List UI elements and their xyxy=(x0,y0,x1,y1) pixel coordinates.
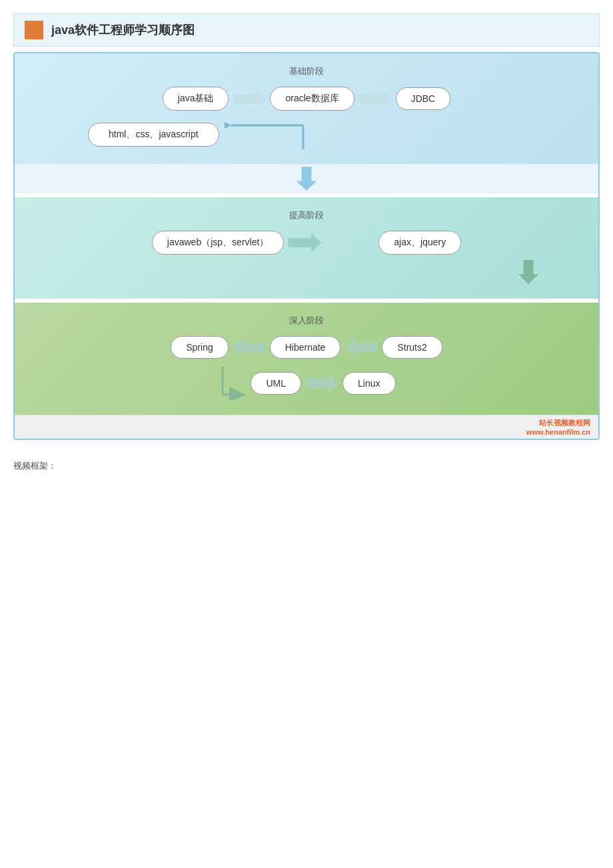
diagram-outer: 基础阶段 java基础 oracle数据库 JDBC html、css、java… xyxy=(13,52,600,440)
title-bar: java软件工程师学习顺序图 xyxy=(13,13,600,47)
stage-deep: 深入阶段 Spring Hibernate Struts2 xyxy=(15,303,598,415)
arrow-4 xyxy=(233,338,266,357)
arrow-1 xyxy=(233,89,266,108)
arrow-5 xyxy=(344,338,378,357)
jdbc-back-connector xyxy=(225,120,305,149)
back-arrow-svg xyxy=(225,120,305,149)
deep-row-1: Spring Hibernate Struts2 xyxy=(35,336,578,359)
box-struts2: Struts2 xyxy=(382,336,442,359)
down-arrow-shape-1 xyxy=(297,167,316,191)
page-container: java软件工程师学习顺序图 基础阶段 java基础 oracle数据库 JDB… xyxy=(13,13,600,472)
box-javaweb: javaweb（jsp、servlet） xyxy=(152,231,285,255)
watermark-line2: www.henanfilm.cn xyxy=(526,428,590,436)
deep-stage-label: 深入阶段 xyxy=(35,315,578,327)
basic-stage-label: 基础阶段 xyxy=(35,65,578,77)
box-spring: Spring xyxy=(171,336,228,359)
bottom-text: 视频框架： xyxy=(13,460,600,472)
box-ajax: ajax、jquery xyxy=(378,231,461,255)
advanced-right-down xyxy=(35,260,578,284)
basic-row-2: html、css、javascript xyxy=(35,120,578,149)
box-html: html、css、javascript xyxy=(88,123,219,147)
box-hibernate: Hibernate xyxy=(270,336,341,359)
page-title: java软件工程师学习顺序图 xyxy=(51,22,195,38)
box-jdbc: JDBC xyxy=(396,87,451,110)
down-arrow-shape-2 xyxy=(518,260,538,284)
title-accent xyxy=(25,21,43,39)
basic-row-1: java基础 oracle数据库 JDBC xyxy=(35,87,578,111)
box-java-basic: java基础 xyxy=(163,87,229,111)
box-linux: Linux xyxy=(342,372,395,395)
deep-row-2: UML Linux xyxy=(35,367,578,400)
arrow-6 xyxy=(305,374,338,393)
stage-basic: 基础阶段 java基础 oracle数据库 JDBC html、css、java… xyxy=(15,53,598,164)
stage-advanced: 提高阶段 javaweb（jsp、servlet） ajax、jquery xyxy=(15,197,598,299)
bottom-label: 视频框架： xyxy=(13,461,57,471)
arrow-2 xyxy=(358,89,392,108)
watermark-bar: 站长视频教程网 www.henanfilm.cn xyxy=(15,415,598,439)
box-oracle: oracle数据库 xyxy=(270,87,354,111)
down-arrow-1 xyxy=(15,164,598,193)
advanced-row: javaweb（jsp、servlet） ajax、jquery xyxy=(35,231,578,255)
box-uml: UML xyxy=(251,372,301,395)
l-turn-arrow-svg xyxy=(217,367,251,400)
advanced-stage-label: 提高阶段 xyxy=(35,209,578,221)
arrow-3 xyxy=(288,233,321,252)
watermark-line1: 站长视频教程网 xyxy=(539,419,590,427)
